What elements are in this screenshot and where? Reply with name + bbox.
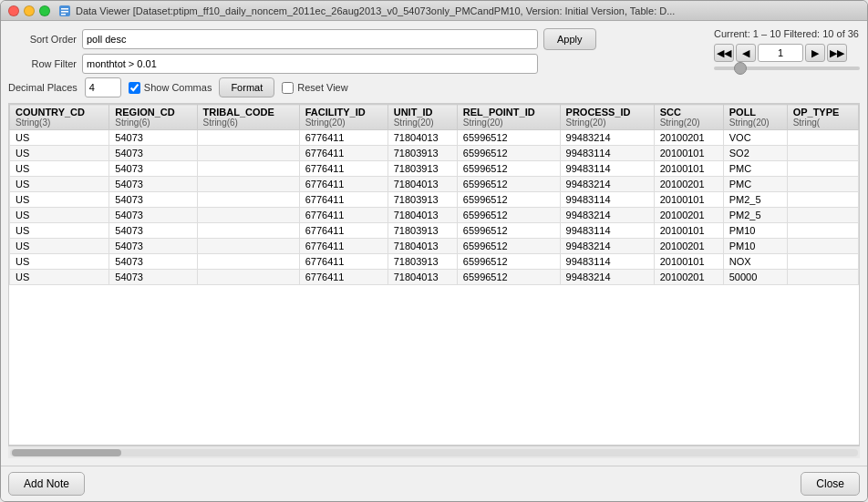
table-cell: 54073 [109,130,197,146]
table-cell: 54073 [109,270,197,285]
table-row[interactable]: US54073677641171803913659965129948311420… [10,192,859,208]
format-button[interactable]: Format [219,77,274,97]
data-table-container[interactable]: COUNTRY_CDString(3)REGION_CDString(6)TRI… [8,103,860,446]
reset-view-label[interactable]: Reset View [282,82,347,94]
slider-row [714,67,860,70]
table-cell: 71804013 [388,208,457,223]
sort-order-row: Sort Order Apply [8,28,708,50]
add-note-button[interactable]: Add Note [8,472,85,496]
table-row[interactable]: US54073677641171804013659965129948321420… [10,177,859,192]
table-cell: 71803913 [388,161,457,177]
table-cell: 65996512 [457,130,560,146]
sort-order-input[interactable] [82,29,538,49]
reset-view-checkbox[interactable] [282,82,294,94]
horizontal-scrollbar[interactable] [8,446,860,458]
table-cell [787,130,858,146]
table-cell [197,130,299,146]
decimal-places-input[interactable] [85,77,121,97]
column-header-process_id[interactable]: PROCESS_IDString(20) [560,105,654,130]
table-cell: PM10 [723,223,787,239]
options-row: Decimal Places Show Commas Format Reset … [8,77,860,97]
svg-rect-1 [61,8,68,10]
table-cell [787,161,858,177]
table-cell: SO2 [723,146,787,161]
column-header-scc[interactable]: SCCString(20) [654,105,723,130]
column-header-poll[interactable]: POLLString(20) [723,105,787,130]
table-cell: 6776411 [299,270,388,285]
table-cell [197,177,299,192]
page-input[interactable] [758,44,803,62]
table-cell [197,223,299,239]
table-cell: 54073 [109,161,197,177]
table-cell: 54073 [109,223,197,239]
table-cell [197,192,299,208]
column-header-unit_id[interactable]: UNIT_IDString(20) [388,105,457,130]
minimize-button[interactable] [24,5,35,16]
table-cell [787,254,858,270]
traffic-lights [8,5,50,16]
table-cell: 6776411 [299,239,388,254]
sort-order-label: Sort Order [8,34,77,45]
show-commas-label[interactable]: Show Commas [129,82,212,94]
column-header-op_type[interactable]: OP_TYPEString( [787,105,858,130]
apply-button[interactable]: Apply [543,28,596,50]
table-cell: US [10,239,109,254]
table-cell: 65996512 [457,192,560,208]
table-cell: 71804013 [388,130,457,146]
table-cell: 6776411 [299,208,388,223]
app-icon [57,4,72,18]
table-cell [787,192,858,208]
table-cell: VOC [723,130,787,146]
table-cell: US [10,146,109,161]
table-cell: 20100201 [654,177,723,192]
show-commas-checkbox[interactable] [129,82,140,94]
table-cell: 99483114 [560,254,654,270]
prev-page-button[interactable]: ◀ [736,44,756,62]
table-cell: 54073 [109,192,197,208]
maximize-button[interactable] [39,5,50,16]
first-page-button[interactable]: ◀◀ [714,44,734,62]
table-cell: 99483214 [560,130,654,146]
zoom-slider[interactable] [714,67,860,70]
table-row[interactable]: US54073677641171803913659965129948311420… [10,161,859,177]
table-cell: US [10,254,109,270]
next-page-button[interactable]: ▶ [805,44,825,62]
scrollbar-thumb[interactable] [12,449,121,456]
scrollbar-track [10,449,858,456]
table-cell: 99483114 [560,192,654,208]
table-cell [197,146,299,161]
column-header-country_cd[interactable]: COUNTRY_CDString(3) [10,105,109,130]
close-button[interactable] [8,5,19,16]
current-info-text: Current: 1 – 10 Filtered: 10 of 36 [714,28,860,39]
table-row[interactable]: US54073677641171803913659965129948311420… [10,254,859,270]
table-cell: 65996512 [457,208,560,223]
column-header-facility_id[interactable]: FACILITY_IDString(20) [299,105,388,130]
last-page-button[interactable]: ▶▶ [827,44,847,62]
table-cell [787,146,858,161]
table-row[interactable]: US54073677641171803913659965129948311420… [10,146,859,161]
table-cell: 20100201 [654,208,723,223]
table-row[interactable]: US54073677641171804013659965129948321420… [10,270,859,285]
table-cell: 71803913 [388,192,457,208]
top-right-section: Current: 1 – 10 Filtered: 10 of 36 ◀◀ ◀ … [714,28,860,70]
table-cell: 6776411 [299,146,388,161]
table-cell: 99483214 [560,239,654,254]
row-filter-input[interactable] [82,54,538,74]
column-header-tribal_code[interactable]: TRIBAL_CODEString(6) [197,105,299,130]
table-cell: 20100201 [654,270,723,285]
column-header-rel_point_id[interactable]: REL_POINT_IDString(20) [457,105,560,130]
table-cell [197,270,299,285]
table-cell: US [10,192,109,208]
close-button-footer[interactable]: Close [801,472,860,496]
table-cell: 65996512 [457,146,560,161]
table-cell: 54073 [109,208,197,223]
table-cell: 20100101 [654,161,723,177]
table-row[interactable]: US54073677641171804013659965129948321420… [10,208,859,223]
svg-rect-3 [61,14,66,15]
column-header-region_cd[interactable]: REGION_CDString(6) [109,105,197,130]
table-row[interactable]: US54073677641171804013659965129948321420… [10,130,859,146]
table-row[interactable]: US54073677641171803913659965129948311420… [10,223,859,239]
table-row[interactable]: US54073677641171804013659965129948321420… [10,239,859,254]
table-cell: US [10,223,109,239]
table-cell: 65996512 [457,239,560,254]
